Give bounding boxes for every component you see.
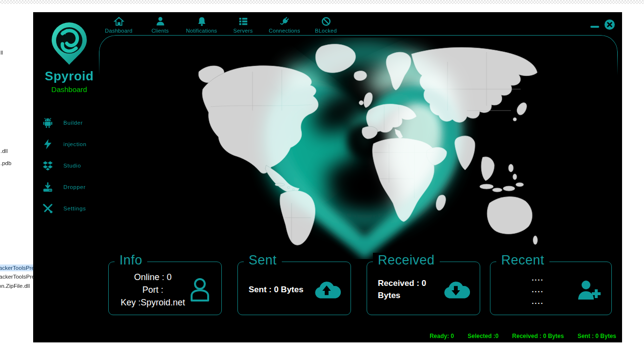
nav-label: Servers — [234, 28, 253, 34]
status-ready: Ready: 0 — [429, 333, 454, 339]
nav-item-dashboard[interactable]: Dashboard — [98, 16, 139, 34]
key-value: Key :Spyroid.net — [117, 296, 188, 309]
top-nav: Dashboard Clients Notifications — [98, 16, 347, 34]
received-card: Received Received : 0 Bytes — [367, 262, 480, 315]
tools-icon — [42, 203, 54, 214]
sidebar-item-label: Dropper — [63, 184, 86, 190]
nav-item-notifications[interactable]: Notifications — [181, 16, 222, 34]
recent-card: Recent .... .... .... — [490, 262, 612, 315]
spyroid-window: Dashboard Clients Notifications — [33, 12, 622, 342]
dropbox-icon — [42, 160, 54, 171]
status-sent: Sent : 0 Bytes — [578, 333, 616, 339]
android-icon — [42, 117, 54, 129]
background-file-item[interactable]: on.ZipFile.dll — [0, 283, 30, 289]
nav-label: Connections — [269, 28, 300, 34]
server-list-icon — [238, 16, 249, 27]
sidebar-item-injection[interactable]: injection — [42, 133, 115, 155]
bell-icon — [196, 16, 207, 27]
recent-item: .... — [499, 272, 576, 284]
sidebar-item-label: Settings — [63, 206, 86, 211]
sidebar-item-label: Builder — [63, 120, 83, 126]
sidebar-item-builder[interactable]: Builder — [42, 112, 115, 133]
sent-card-title: Sent — [244, 253, 282, 268]
received-card-title: Received — [373, 253, 440, 268]
nav-label: Clients — [152, 28, 169, 34]
desktop: ll .dll .pdb ackerToolsPre lackerToolsPr… — [0, 0, 644, 358]
nav-label: Notifications — [186, 28, 217, 34]
status-received: Received : 0 Bytes — [512, 333, 564, 339]
download-tray-icon — [42, 181, 54, 193]
plug-icon — [279, 16, 290, 27]
cloud-download-icon — [442, 279, 470, 301]
blocked-icon — [321, 16, 332, 27]
port-value: Port : — [117, 283, 188, 296]
sidebar-menu: Builder injection Studio — [42, 112, 115, 219]
nav-label: BLocked — [315, 28, 337, 34]
close-button[interactable] — [604, 19, 615, 30]
background-file-item[interactable]: .pdb — [0, 160, 11, 166]
received-value: Received : 0 Bytes — [376, 278, 442, 301]
user-icon — [155, 16, 166, 27]
sent-card: Sent Sent : 0 Bytes — [237, 262, 351, 315]
nav-item-blocked[interactable]: BLocked — [305, 16, 347, 34]
status-bar: Ready: 0 Selected :0 Received : 0 Bytes … — [429, 333, 616, 339]
background-file-item[interactable]: .dll — [0, 148, 8, 154]
sidebar-item-dropper[interactable]: Dropper — [42, 176, 115, 198]
sidebar-item-studio[interactable]: Studio — [42, 155, 115, 176]
sent-value: Sent : 0 Bytes — [247, 284, 312, 296]
online-count: Online : 0 — [117, 271, 188, 283]
recent-card-title: Recent — [496, 253, 549, 268]
transparency-strip — [0, 0, 644, 4]
cloud-upload-icon — [312, 279, 341, 301]
sidebar-item-settings[interactable]: Settings — [42, 198, 115, 219]
nav-label: Dashboard — [105, 28, 133, 34]
sidebar-item-label: Studio — [63, 163, 81, 169]
info-card: Info Online : 0 Port : Key :Spyroid.net — [108, 262, 222, 315]
info-card-title: Info — [115, 253, 147, 268]
status-selected: Selected :0 — [468, 333, 498, 339]
background-file-item-selected[interactable]: ackerToolsPre — [0, 264, 36, 271]
brand-name: Spyroid — [36, 69, 102, 84]
minimize-button[interactable] — [590, 26, 599, 28]
nav-item-clients[interactable]: Clients — [139, 16, 181, 34]
lightning-icon — [42, 138, 54, 150]
brand-subtitle: Dashboard — [36, 85, 102, 94]
nav-item-connections[interactable]: Connections — [264, 16, 305, 34]
world-map — [194, 42, 540, 249]
spyroid-logo — [48, 20, 91, 67]
background-file-item[interactable]: lackerToolsPre — [0, 274, 35, 280]
recent-item: .... — [499, 296, 576, 307]
user-plus-icon — [576, 279, 602, 301]
recent-item: .... — [499, 284, 576, 296]
home-icon — [114, 16, 124, 27]
user-outline-icon — [188, 277, 212, 302]
sidebar-item-label: injection — [63, 141, 87, 147]
background-file-item[interactable]: ll — [0, 50, 3, 56]
nav-item-servers[interactable]: Servers — [222, 16, 264, 34]
